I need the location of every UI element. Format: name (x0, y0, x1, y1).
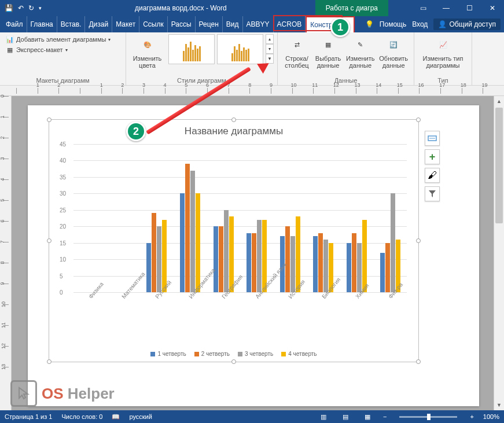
chart-tools-context-title: Работа с диагра (315, 0, 388, 16)
change-colors-icon: 🎨 (138, 35, 157, 54)
vertical-ruler[interactable]: 012345678910111213 (0, 96, 12, 410)
resize-handle[interactable] (47, 359, 51, 364)
change-colors-label: Изменить цвета (132, 55, 163, 69)
group-layouts-label: Макеты диаграмм (3, 76, 122, 85)
chart-layout-options-button[interactable] (425, 131, 440, 146)
select-data-button[interactable]: ▦ Выбрать данные (312, 34, 344, 70)
refresh-data-icon: 🔄 (384, 35, 403, 54)
tab-home[interactable]: Главна (27, 16, 57, 32)
chart-legend[interactable]: 1 четверть2 четверть3 четверть4 четверть (49, 351, 418, 357)
gallery-up-button[interactable]: ▴ (266, 34, 274, 44)
zoom-level[interactable]: 100% (483, 413, 499, 420)
ribbon: 📊 Добавить элемент диаграммы ▾ ▦ Экспрес… (0, 32, 504, 86)
tab-file[interactable]: Файл (0, 16, 27, 32)
change-chart-type-button[interactable]: 📈 Изменить тип диаграммы (418, 34, 468, 70)
share-button[interactable]: 👤 Общий доступ (433, 19, 501, 30)
chart-object[interactable]: Название диаграммы 051015202530354045 Фи… (49, 119, 419, 362)
maximize-button[interactable]: ☐ (458, 0, 481, 16)
ribbon-tabs: Файл Главна Встав. Дизай Макет Ссылк Рас… (0, 16, 504, 32)
tab-layout[interactable]: Макет (112, 16, 139, 32)
share-icon: 👤 (438, 20, 447, 28)
tab-abbyy[interactable]: ABBYY (243, 16, 274, 32)
resize-handle[interactable] (231, 359, 236, 364)
read-mode-button[interactable]: ▥ (317, 411, 330, 422)
scroll-up-button[interactable]: ▲ (494, 96, 504, 106)
status-page[interactable]: Страница 1 из 1 (5, 413, 52, 420)
status-word-count[interactable]: Число слов: 0 (61, 413, 102, 420)
add-element-label: Добавить элемент диаграммы (16, 36, 106, 43)
tab-acrobat[interactable]: ACROB (274, 16, 306, 32)
chart-styles-button[interactable]: 🖌 (425, 168, 440, 183)
change-type-label: Изменить тип диаграммы (420, 55, 466, 69)
edit-data-icon: ✎ (351, 35, 370, 54)
tab-mailings[interactable]: Рассы (168, 16, 196, 32)
zoom-in-button[interactable]: + (470, 413, 473, 420)
tell-me-icon[interactable]: 💡 (365, 20, 374, 28)
resize-handle[interactable] (416, 238, 421, 243)
undo-icon[interactable]: ↶ (18, 4, 24, 12)
horizontal-ruler[interactable]: 1212345678910111213141516171819 (0, 86, 504, 96)
scrollbar-thumb[interactable] (495, 108, 503, 223)
chart-style-1[interactable] (168, 34, 215, 64)
title-bar: 💾 ↶ ↻ ▾ диаграмма ворд.docx - Word Работ… (0, 0, 504, 16)
chart-filters-button[interactable] (425, 186, 440, 201)
watermark-logo: OS Helper (10, 380, 115, 407)
save-icon[interactable]: 💾 (5, 4, 13, 12)
quick-layout-icon: ▦ (6, 46, 14, 54)
print-layout-button[interactable]: ▤ (339, 411, 352, 422)
page: Название диаграммы 051015202530354045 Фи… (28, 105, 479, 406)
chart-x-axis-labels: ФизикаМатематикаРусскийИнформатикаГеогра… (73, 292, 407, 333)
status-language[interactable]: русский (129, 413, 152, 420)
annotation-callout-1: 1 (330, 17, 350, 37)
row-col-label: Строка/ столбец (285, 55, 308, 69)
tab-references[interactable]: Ссылк (139, 16, 168, 32)
switch-row-column-button[interactable]: ⇄ Строка/ столбец (281, 34, 312, 70)
resize-handle[interactable] (47, 238, 51, 243)
change-colors-button[interactable]: 🎨 Изменить цвета (130, 34, 165, 70)
close-button[interactable]: ✕ (481, 0, 504, 16)
refresh-data-button[interactable]: 🔄 Обновить данные (377, 34, 410, 70)
select-data-icon: ▦ (319, 35, 337, 54)
change-type-icon: 📈 (434, 35, 453, 54)
tab-review[interactable]: Рецен (196, 16, 223, 32)
add-chart-element-button[interactable]: 📊 Добавить элемент диаграммы ▾ (3, 34, 122, 45)
chart-elements-button[interactable]: + (425, 149, 440, 164)
quick-layout-label: Экспресс-макет (16, 46, 63, 53)
resize-handle[interactable] (47, 117, 51, 122)
watermark-os: OS (42, 385, 64, 402)
spellcheck-icon[interactable]: 📖 (112, 413, 120, 421)
document-area: Название диаграммы 051015202530354045 Фи… (12, 96, 494, 410)
zoom-out-button[interactable]: − (383, 413, 387, 420)
ribbon-options-icon[interactable]: ▭ (411, 0, 435, 16)
switch-row-col-icon: ⇄ (288, 35, 306, 54)
edit-data-label: Изменить данные (346, 55, 375, 69)
qat-more-icon[interactable]: ▾ (39, 5, 42, 11)
resize-handle[interactable] (231, 117, 236, 122)
resize-handle[interactable] (416, 117, 421, 122)
vertical-scrollbar[interactable]: ▲ ▼ (494, 96, 504, 410)
minimize-button[interactable]: — (435, 0, 458, 16)
scroll-down-button[interactable]: ▼ (494, 400, 504, 410)
quick-layout-button[interactable]: ▦ Экспресс-макет ▾ (3, 45, 122, 55)
zoom-slider[interactable] (399, 416, 457, 418)
chart-quick-buttons: + 🖌 (425, 131, 440, 201)
tab-view[interactable]: Вид (223, 16, 243, 32)
sign-in-link[interactable]: Вход (412, 20, 428, 28)
redo-icon[interactable]: ↻ (28, 4, 34, 12)
gallery-down-button[interactable]: ▾ (266, 44, 274, 54)
share-label: Общий доступ (449, 20, 496, 28)
edit-data-button[interactable]: ✎ Изменить данные (344, 34, 377, 70)
resize-handle[interactable] (416, 359, 421, 364)
chart-plot-area[interactable]: 051015202530354045 (73, 144, 407, 292)
group-styles-label: Стили диаграмм (130, 76, 274, 85)
tell-me-label[interactable]: Помощь (380, 20, 406, 28)
tab-design[interactable]: Дизай (85, 16, 112, 32)
web-layout-button[interactable]: ▦ (361, 411, 374, 422)
chart-title[interactable]: Название диаграммы (49, 120, 418, 139)
add-element-icon: 📊 (6, 35, 14, 43)
cursor-icon (10, 380, 37, 407)
chart-style-2[interactable] (217, 34, 263, 64)
tab-insert[interactable]: Встав. (57, 16, 86, 32)
annotation-callout-2: 2 (126, 122, 146, 141)
chart-styles-gallery: ▴ ▾ ▼ (168, 34, 274, 64)
